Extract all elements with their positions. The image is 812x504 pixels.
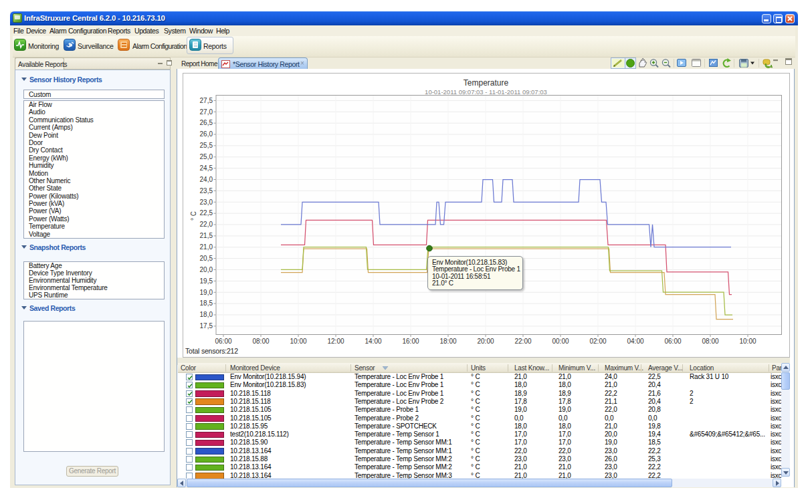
svg-text:20,0: 20,0 [200,265,213,273]
svg-text:17,5: 17,5 [200,322,213,330]
svg-text:22:00: 22:00 [514,338,531,345]
svg-text:18,5: 18,5 [200,299,213,307]
svg-text:23,5: 23,5 [200,186,213,194]
svg-text:10:00: 10:00 [290,338,306,345]
svg-text:10:00: 10:00 [739,338,756,345]
svg-text:19,0: 19,0 [200,288,213,295]
svg-text:26,5: 26,5 [200,119,213,126]
svg-text:08:00: 08:00 [702,338,718,345]
svg-text:08:00: 08:00 [252,338,269,345]
svg-text:21,5: 21,5 [200,232,213,239]
svg-text:06:00: 06:00 [215,338,231,345]
svg-text:14:00: 14:00 [365,338,381,345]
svg-text:25,5: 25,5 [200,142,213,149]
svg-text:06:00: 06:00 [664,338,681,345]
svg-text:16:00: 16:00 [402,338,419,345]
svg-text:25,0: 25,0 [200,153,213,160]
svg-text:21,0: 21,0 [200,243,213,251]
svg-text:20,5: 20,5 [200,254,213,261]
svg-text:23,0: 23,0 [200,198,213,205]
svg-text:26,0: 26,0 [200,130,213,138]
svg-text:27,0: 27,0 [200,108,213,115]
svg-text:00:00: 00:00 [552,338,569,345]
svg-text:22,5: 22,5 [200,209,213,217]
svg-text:19,5: 19,5 [200,277,213,284]
svg-text:20:00: 20:00 [477,338,494,345]
svg-text:27,5: 27,5 [200,96,213,104]
svg-text:04:00: 04:00 [627,338,643,345]
svg-text:18,0: 18,0 [200,311,213,318]
svg-text:24,5: 24,5 [200,164,213,171]
svg-text:22,0: 22,0 [200,221,213,228]
svg-text:Temperature: Temperature [464,78,509,88]
svg-text:° C: ° C [190,211,197,221]
svg-text:12:00: 12:00 [327,338,344,345]
svg-text:10-01-2011 09:07:03 - 11-01-20: 10-01-2011 09:07:03 - 11-01-2011 09:07:0… [425,88,547,96]
svg-text:24,0: 24,0 [200,175,213,182]
svg-text:18:00: 18:00 [439,338,456,345]
svg-text:02:00: 02:00 [589,338,606,345]
